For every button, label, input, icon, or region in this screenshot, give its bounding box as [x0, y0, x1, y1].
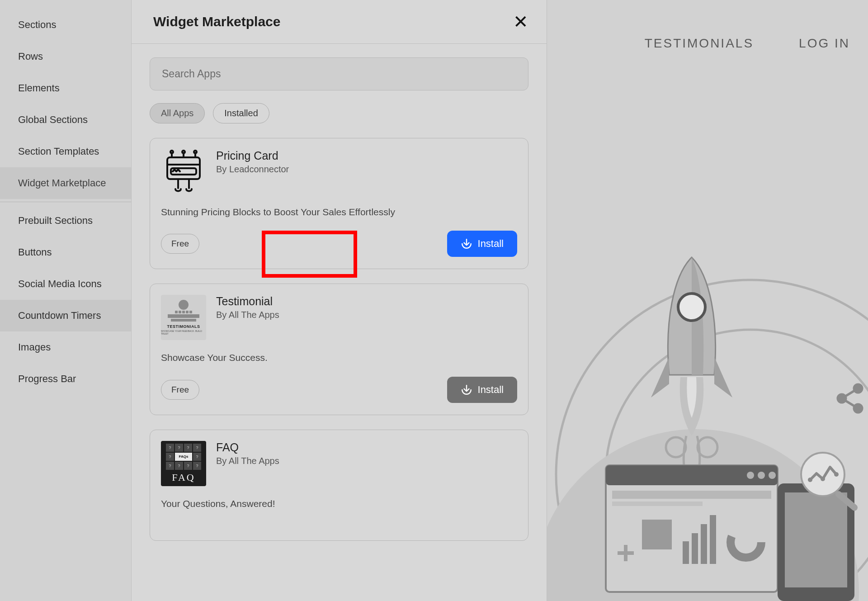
rocket-illustration — [515, 194, 868, 601]
sidebar-item-sections[interactable]: Sections — [0, 9, 131, 41]
sidebar-item-countdown-timers[interactable]: Countdown Timers — [0, 300, 131, 331]
app-card-testimonial[interactable]: TESTIMONIALS SHOWCASE YOUR FEEDBACK. BUI… — [150, 284, 528, 415]
install-button[interactable]: Install — [447, 377, 517, 403]
svg-rect-11 — [612, 491, 771, 499]
sidebar-item-global-sections[interactable]: Global Sections — [0, 104, 131, 136]
nav-login[interactable]: LOG IN — [799, 36, 850, 51]
sidebar-divider — [0, 202, 131, 202]
filter-installed[interactable]: Installed — [213, 103, 269, 123]
sidebar-item-elements[interactable]: Elements — [0, 72, 131, 104]
app-author: By Leadconnector — [216, 164, 289, 175]
sidebar-item-prebuilt-sections[interactable]: Prebuilt Sections — [0, 205, 131, 237]
price-badge: Free — [161, 234, 199, 254]
close-button[interactable]: ✕ — [513, 13, 528, 31]
app-description: Showcase Your Success. — [161, 351, 517, 364]
download-icon — [461, 384, 472, 396]
install-label: Install — [478, 238, 504, 250]
app-description: Stunning Pricing Blocks to Boost Your Sa… — [161, 205, 517, 219]
install-label: Install — [478, 384, 504, 396]
svg-point-31 — [854, 384, 862, 393]
app-title: Testimonial — [216, 295, 279, 308]
sidebar-item-section-templates[interactable]: Section Templates — [0, 136, 131, 167]
app-title: FAQ — [216, 441, 279, 454]
app-author: By All The Apps — [216, 310, 279, 320]
download-icon — [461, 238, 472, 250]
app-card-pricing-card[interactable]: Pricing Card By Leadconnector Stunning P… — [150, 138, 528, 269]
svg-rect-14 — [683, 541, 689, 564]
testimonial-card-icon: TESTIMONIALS SHOWCASE YOUR FEEDBACK. BUI… — [161, 295, 206, 340]
svg-rect-12 — [612, 502, 703, 506]
install-button[interactable]: Install — [447, 231, 517, 257]
app-description: Your Questions, Answered! — [161, 497, 517, 511]
background-top-nav: TESTIMONIALS LOG IN — [645, 36, 850, 51]
sidebar-item-widget-marketplace[interactable]: Widget Marketplace — [0, 167, 131, 199]
panel-title: Widget Marketplace — [153, 14, 280, 29]
pricing-card-icon — [161, 149, 206, 194]
faq-card-icon: ? ? ? ? ? FAQs ? ? ? ? ? FAQ — [161, 441, 206, 486]
svg-rect-16 — [701, 524, 707, 564]
sidebar-item-social-media-icons[interactable]: Social Media Icons — [0, 268, 131, 300]
filter-all-apps[interactable]: All Apps — [150, 103, 205, 123]
search-input[interactable] — [150, 57, 528, 90]
svg-point-32 — [854, 404, 862, 412]
svg-point-25 — [821, 477, 825, 481]
nav-testimonials[interactable]: TESTIMONIALS — [645, 36, 754, 51]
svg-rect-22 — [785, 492, 847, 587]
svg-rect-17 — [710, 515, 716, 564]
widget-marketplace-panel: Widget Marketplace ✕ All Apps Installed — [131, 0, 547, 601]
sidebar-item-rows[interactable]: Rows — [0, 41, 131, 72]
app-title: Pricing Card — [216, 149, 289, 162]
app-card-faq[interactable]: ? ? ? ? ? FAQs ? ? ? ? ? FAQ — [150, 430, 528, 541]
svg-rect-15 — [692, 533, 698, 564]
svg-point-30 — [838, 394, 846, 402]
app-author: By All The Apps — [216, 456, 279, 466]
sidebar-item-progress-bar[interactable]: Progress Bar — [0, 363, 131, 395]
price-badge: Free — [161, 380, 199, 400]
svg-point-24 — [808, 478, 812, 482]
svg-point-3 — [678, 293, 705, 321]
sidebar-item-buttons[interactable]: Buttons — [0, 237, 131, 268]
svg-point-26 — [834, 472, 839, 477]
sidebar: Sections Rows Elements Global Sections S… — [0, 0, 131, 601]
svg-rect-13 — [642, 520, 672, 549]
svg-point-9 — [758, 472, 765, 479]
svg-point-8 — [747, 472, 754, 479]
panel-body: All Apps Installed — [132, 44, 547, 554]
sidebar-item-images[interactable]: Images — [0, 331, 131, 363]
svg-point-10 — [769, 472, 776, 479]
close-icon: ✕ — [513, 12, 528, 32]
panel-header: Widget Marketplace ✕ — [132, 0, 547, 44]
filter-row: All Apps Installed — [150, 103, 528, 123]
